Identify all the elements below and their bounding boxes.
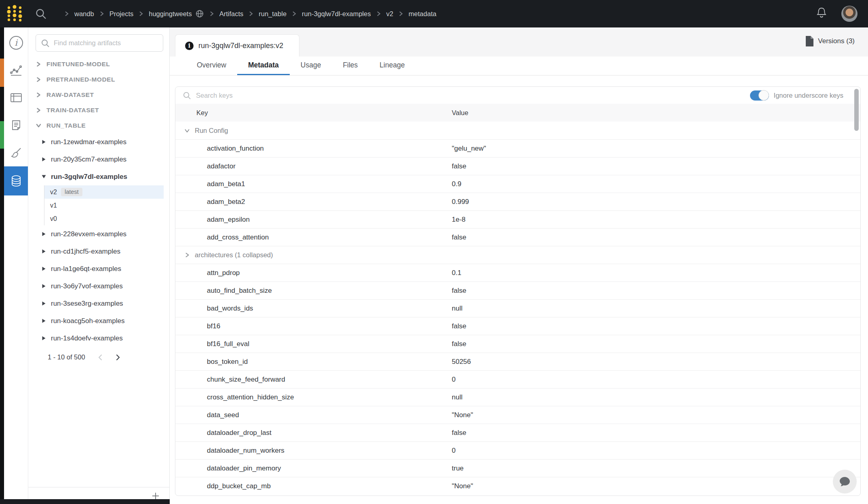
triangle-expander-icon[interactable]	[42, 301, 46, 306]
reports-icon[interactable]	[4, 111, 28, 139]
breadcrumb-label[interactable]: run_table	[259, 10, 287, 18]
metadata-key-value-row: adafactor false	[175, 157, 860, 175]
breadcrumb-item[interactable]: Artifacts	[204, 10, 244, 18]
avatar[interactable]	[841, 6, 857, 22]
breadcrumb-item[interactable]: huggingtweets	[133, 9, 204, 18]
sidebar-artifact-item[interactable]: run-koacg5oh-examples	[28, 312, 169, 330]
sidebar-category[interactable]: PRETRAINED-MODEL	[28, 72, 169, 87]
wandb-logo[interactable]	[6, 4, 23, 23]
metadata-key: auto_find_batch_size	[207, 287, 452, 295]
search-icon	[183, 91, 191, 100]
triangle-expander-icon[interactable]	[42, 284, 46, 289]
sidebar-artifact-item[interactable]: run-cd1jhcf5-examples	[28, 243, 169, 260]
artifact-tab-item[interactable]: Usage	[290, 57, 332, 75]
globe-icon	[195, 9, 204, 18]
sidebar-artifact-item[interactable]: run-228evxem-examples	[28, 225, 169, 243]
sidebar-pagination: 1 - 10 of 500	[28, 353, 169, 361]
panel-scrollbar-thumb[interactable]	[854, 89, 859, 131]
artifact-tab-item[interactable]: Files	[332, 57, 369, 75]
triangle-expander-icon[interactable]	[42, 231, 46, 237]
breadcrumb-item[interactable]: run_table	[243, 10, 287, 18]
chevron-right-icon[interactable]	[184, 252, 190, 258]
sidebar-artifact-item[interactable]: run-la1ge6qt-examples	[28, 260, 169, 277]
sidebar-artifact-item[interactable]: run-1zewdmar-examples	[28, 133, 169, 151]
sidebar-category[interactable]: TRAIN-DATASET	[28, 103, 169, 118]
artifact-tab-item[interactable]: Metadata	[237, 57, 290, 75]
breadcrumb-separator-icon	[99, 10, 104, 17]
ignore-underscore-toggle[interactable]	[750, 90, 769, 101]
breadcrumb-label[interactable]: Projects	[110, 10, 134, 18]
pagination-next-icon[interactable]	[115, 354, 121, 361]
chevron-right-icon[interactable]	[184, 128, 190, 133]
sidebar-version-item[interactable]: v0	[44, 212, 164, 225]
breadcrumb-item[interactable]: v2	[371, 10, 393, 18]
breadcrumb-item[interactable]: wandb	[59, 10, 94, 18]
value-column-header: Value	[452, 109, 468, 117]
sidebar-artifact-item[interactable]: run-3gqlw7dl-examples	[28, 168, 169, 185]
metadata-value: false	[452, 287, 466, 295]
breadcrumb-item[interactable]: Projects	[94, 10, 134, 18]
pagination-prev-icon[interactable]	[97, 354, 103, 361]
artifact-search-input[interactable]	[53, 39, 158, 47]
search-keys-input[interactable]	[195, 91, 746, 100]
sidebar-category[interactable]: FINETUNED-MODEL	[28, 57, 169, 72]
sidebar-category[interactable]: RUN_TABLE	[28, 118, 169, 133]
category-label: RAW-DATASET	[46, 91, 94, 99]
versions-button-label: Versions (3)	[818, 37, 855, 45]
artifact-tab-item[interactable]: Overview	[186, 57, 237, 75]
artifact-version-tab[interactable]: i run-3gqlw7dl-examples:v2	[175, 34, 299, 57]
metadata-group-row[interactable]: Run Config	[175, 122, 860, 139]
metadata-value: 50256	[452, 358, 471, 366]
metadata-table-header: Key Value	[175, 104, 860, 122]
sidebar-artifact-item[interactable]: run-1s4doefv-examples	[28, 330, 169, 347]
metadata-group-row[interactable]: architectures (1 collapsed)	[175, 246, 860, 264]
breadcrumb-label[interactable]: metadata	[409, 10, 436, 18]
triangle-expander-icon[interactable]	[42, 336, 46, 341]
breadcrumb-item[interactable]: metadata	[393, 10, 436, 18]
metadata-value: false	[452, 429, 466, 437]
breadcrumb-label[interactable]: wandb	[74, 10, 94, 18]
info-icon: i	[185, 42, 194, 50]
info-icon[interactable]: i	[4, 29, 28, 57]
sidebar-version-item[interactable]: v1	[44, 199, 164, 212]
category-label: PRETRAINED-MODEL	[46, 76, 115, 83]
metadata-panel: Ignore underscore keys Key Value Run Con…	[175, 86, 861, 496]
breadcrumb-label[interactable]: Artifacts	[219, 10, 244, 18]
triangle-expander-icon[interactable]	[41, 174, 46, 179]
metadata-key-value-row: bos_token_id 50256	[175, 353, 860, 370]
breadcrumb-separator-icon	[398, 10, 403, 17]
metadata-key: ddp_bucket_cap_mb	[207, 482, 452, 490]
triangle-expander-icon[interactable]	[42, 249, 46, 254]
sidebar-category[interactable]: RAW-DATASET	[28, 87, 169, 103]
workspace-charts-icon[interactable]	[4, 57, 28, 84]
breadcrumb-item[interactable]: run-3gqlw7dl-examples	[287, 10, 371, 18]
latest-badge: latest	[61, 188, 82, 196]
triangle-expander-icon[interactable]	[42, 266, 46, 271]
metadata-key: adam_beta1	[207, 180, 452, 188]
artifact-item-label: run-1s4doefv-examples	[51, 334, 123, 342]
help-chat-button[interactable]	[833, 470, 857, 494]
sidebar-artifact-item[interactable]: run-20y35cm7-examples	[28, 151, 169, 168]
triangle-expander-icon[interactable]	[42, 139, 46, 145]
sidebar-artifact-item[interactable]: run-3o6y7vof-examples	[28, 277, 169, 295]
group-label: Run Config	[195, 127, 228, 134]
versions-button[interactable]: Versions (3)	[805, 36, 855, 47]
bell-icon[interactable]	[815, 6, 828, 21]
artifacts-database-icon[interactable]	[4, 166, 28, 195]
breadcrumb-label[interactable]: v2	[386, 10, 393, 18]
sweeps-broom-icon[interactable]	[4, 139, 28, 166]
breadcrumb-label[interactable]: run-3gqlw7dl-examples	[302, 10, 371, 18]
sidebar-version-item[interactable]: v2 latest	[44, 185, 164, 199]
metadata-key-value-row: auto_find_batch_size false	[175, 281, 860, 299]
tables-icon[interactable]	[4, 84, 28, 111]
triangle-expander-icon[interactable]	[42, 157, 46, 162]
sidebar-artifact-item[interactable]: run-3sese3rg-examples	[28, 295, 169, 312]
search-icon[interactable]	[35, 8, 47, 20]
breadcrumb-label[interactable]: huggingtweets	[149, 10, 192, 18]
ignore-underscore-toggle-group: Ignore underscore keys	[750, 90, 843, 101]
triangle-expander-icon[interactable]	[42, 318, 46, 323]
metadata-key: dataloader_pin_memory	[207, 464, 452, 472]
artifact-tab-item[interactable]: Lineage	[369, 57, 415, 75]
toggle-knob[interactable]	[758, 90, 769, 101]
group-label: architectures (1 collapsed)	[195, 251, 273, 259]
